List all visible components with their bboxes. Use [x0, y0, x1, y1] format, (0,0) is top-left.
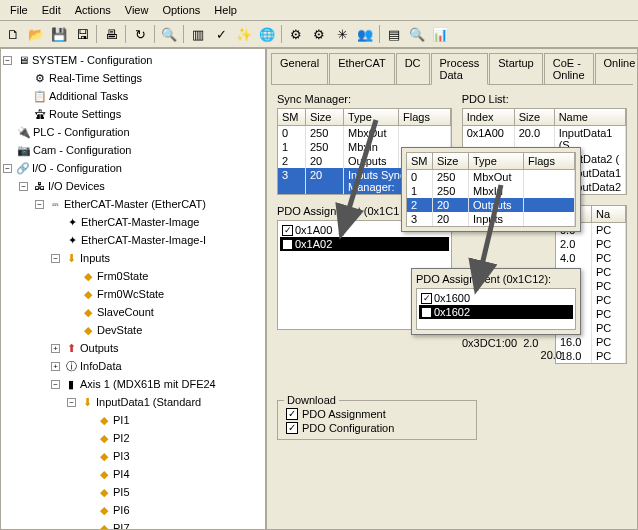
collapse-icon[interactable]: −: [51, 380, 60, 389]
collapse-icon[interactable]: −: [35, 200, 44, 209]
menu-file[interactable]: File: [4, 2, 34, 18]
collapse-icon[interactable]: −: [67, 398, 76, 407]
open-icon[interactable]: 📂: [25, 23, 47, 45]
tree-inputdata1[interactable]: InputData1 (Standard: [96, 394, 201, 410]
search-icon[interactable]: 🔍: [406, 23, 428, 45]
chart-icon[interactable]: 📊: [429, 23, 451, 45]
tree-system[interactable]: SYSTEM - Configuration: [32, 52, 152, 68]
wand-icon[interactable]: ✨: [233, 23, 255, 45]
tab-ethercat[interactable]: EtherCAT: [329, 53, 394, 84]
globe-icon[interactable]: 🌐: [256, 23, 278, 45]
menu-actions[interactable]: Actions: [69, 2, 117, 18]
save-icon[interactable]: 💾: [48, 23, 70, 45]
tree-ecmimgI[interactable]: EtherCAT-Master-Image-I: [81, 232, 206, 248]
col-size[interactable]: Size: [515, 109, 555, 125]
expand-icon[interactable]: +: [51, 362, 60, 371]
pdo-assign2-list[interactable]: ✓0x16000x1602: [416, 288, 576, 330]
tree-ecmaster[interactable]: EtherCAT-Master (EtherCAT): [64, 196, 206, 212]
col-index[interactable]: Index: [463, 109, 515, 125]
assign-item[interactable]: ✓0x1600: [419, 291, 573, 305]
table-row[interactable]: 220Outputs: [407, 198, 575, 212]
print-icon[interactable]: 🖶: [100, 23, 122, 45]
tree-ecmimg[interactable]: EtherCAT-Master-Image: [81, 214, 199, 230]
tree-frm0state[interactable]: Frm0State: [97, 268, 148, 284]
tree-io[interactable]: I/O - Configuration: [32, 160, 122, 176]
col-flags[interactable]: Flags: [399, 109, 451, 125]
table-row[interactable]: 4.0PC: [556, 251, 626, 265]
tree-pi6[interactable]: PI6: [113, 502, 130, 518]
tab-general[interactable]: General: [271, 53, 328, 84]
image-icon: ✦: [65, 233, 79, 247]
table-row[interactable]: 1250MbxIn: [407, 184, 575, 198]
users-icon[interactable]: 👥: [354, 23, 376, 45]
tree-pi7[interactable]: PI7: [113, 520, 130, 530]
gear3-icon[interactable]: ✳: [331, 23, 353, 45]
tree-addl[interactable]: Additional Tasks: [49, 88, 128, 104]
tree-pi4[interactable]: PI4: [113, 466, 130, 482]
col-name[interactable]: Name: [555, 109, 626, 125]
assign-item[interactable]: 0x1A02: [280, 237, 449, 251]
checkbox-icon[interactable]: ✓: [421, 293, 432, 304]
tree-cam[interactable]: Cam - Configuration: [33, 142, 131, 158]
table-row[interactable]: 16.0PC: [556, 335, 626, 349]
var-icon: ◆: [97, 467, 111, 481]
collapse-icon[interactable]: −: [51, 254, 60, 263]
tree-slavecount[interactable]: SlaveCount: [97, 304, 154, 320]
collapse-icon[interactable]: −: [3, 164, 12, 173]
tree-pi2[interactable]: PI2: [113, 430, 130, 446]
tree-plc[interactable]: PLC - Configuration: [33, 124, 130, 140]
col-na[interactable]: Na: [592, 206, 626, 222]
tree-rt[interactable]: Real-Time Settings: [49, 70, 142, 86]
table-row[interactable]: 2.0PC: [556, 237, 626, 251]
doc-icon[interactable]: ▤: [383, 23, 405, 45]
new-icon[interactable]: 🗋: [2, 23, 24, 45]
col-type[interactable]: Type: [344, 109, 399, 125]
tree-inputs[interactable]: Inputs: [80, 250, 110, 266]
collapse-icon[interactable]: −: [19, 182, 28, 191]
tab-coe[interactable]: CoE - Online: [544, 53, 594, 84]
tree-route[interactable]: Route Settings: [49, 106, 121, 122]
menu-options[interactable]: Options: [156, 2, 206, 18]
col-size[interactable]: Size: [306, 109, 344, 125]
gear2-icon[interactable]: ⚙: [308, 23, 330, 45]
chk-pdo-configuration[interactable]: ✓PDO Configuration: [286, 421, 468, 435]
bar-icon[interactable]: ▥: [187, 23, 209, 45]
checkbox-icon[interactable]: [282, 239, 293, 250]
find-icon[interactable]: 🔍: [158, 23, 180, 45]
menu-view[interactable]: View: [119, 2, 155, 18]
tab-startup[interactable]: Startup: [489, 53, 542, 84]
tree-iodev[interactable]: I/O Devices: [48, 178, 105, 194]
tasks-icon: 📋: [33, 89, 47, 103]
chk-pdo-assignment[interactable]: ✓PDO Assignment: [286, 407, 468, 421]
tree-axis1[interactable]: Axis 1 (MDX61B mit DFE24: [80, 376, 216, 392]
col-sm[interactable]: SM: [278, 109, 306, 125]
refresh-icon[interactable]: ↻: [129, 23, 151, 45]
gear-icon[interactable]: ⚙: [285, 23, 307, 45]
tree-pi3[interactable]: PI3: [113, 448, 130, 464]
tree-pi5[interactable]: PI5: [113, 484, 130, 500]
tree-view[interactable]: −🖥SYSTEM - Configuration ⚙Real-Time Sett…: [0, 48, 266, 530]
tab-processdata[interactable]: Process Data: [431, 53, 489, 85]
collapse-icon[interactable]: −: [3, 56, 12, 65]
check-icon[interactable]: ✓: [210, 23, 232, 45]
saveall-icon[interactable]: 🖫: [71, 23, 93, 45]
tab-dc[interactable]: DC: [396, 53, 430, 84]
checkbox-icon[interactable]: [421, 307, 432, 318]
table-row[interactable]: 18.0PC: [556, 349, 626, 363]
checkbox-icon[interactable]: ✓: [282, 225, 293, 236]
assign-item[interactable]: 0x1602: [419, 305, 573, 319]
menu-help[interactable]: Help: [208, 2, 243, 18]
expand-icon[interactable]: +: [51, 344, 60, 353]
menu-edit[interactable]: Edit: [36, 2, 67, 18]
tree-outputs[interactable]: Outputs: [80, 340, 119, 356]
tree-pi1[interactable]: PI1: [113, 412, 130, 428]
table-row[interactable]: 0250MbxOut: [407, 170, 575, 184]
tree-devstate[interactable]: DevState: [97, 322, 142, 338]
tree-infodata[interactable]: InfoData: [80, 358, 122, 374]
pdo-assign2-label: PDO Assignment (0x1C12):: [416, 273, 576, 285]
table-row[interactable]: 0250MbxOut: [278, 126, 451, 140]
popup-sm-grid[interactable]: SM Size Type Flags 0250MbxOut1250MbxIn22…: [406, 152, 576, 227]
table-row[interactable]: 320Inputs: [407, 212, 575, 226]
tab-online[interactable]: Online: [595, 53, 638, 84]
tree-frm0wc[interactable]: Frm0WcState: [97, 286, 164, 302]
